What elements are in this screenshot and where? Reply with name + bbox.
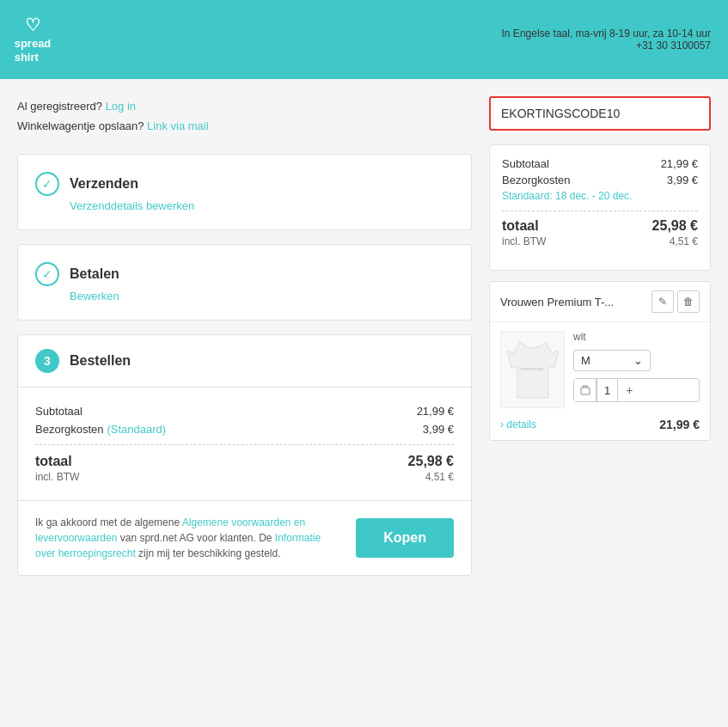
summary-subtotaal-label: Subtotaal (502, 157, 549, 170)
summary-divider (502, 211, 698, 211)
tshirt-svg: EKORTINGSCODE (507, 338, 559, 402)
edit-product-button[interactable]: ✎ (652, 290, 674, 313)
betalen-check-icon: ✓ (35, 262, 59, 286)
summary-btw-value: 4,51 € (670, 235, 698, 247)
quantity-value: 1 (596, 379, 618, 401)
save-link[interactable]: Link via mail (147, 119, 209, 132)
summary-bezorgkosten-row: Bezorgkosten 3,99 € (502, 174, 698, 186)
summary-bezorgkosten-label: Bezorgkosten (502, 174, 571, 186)
bestellen-header: 3 Bestellen (18, 335, 471, 388)
top-bar: Al geregistreerd? Log in Winkelwagentje … (17, 96, 472, 137)
delivery-date: Standaard: 18 dec. - 20 dec. (502, 190, 632, 202)
svg-text:EKORTINGSCODE: EKORTINGSCODE (521, 368, 543, 371)
summary-bezorgkosten-value: 3,99 € (667, 174, 698, 186)
login-link[interactable]: Log in (106, 100, 136, 113)
verzenden-edit-link[interactable]: Verzenddetails bewerken (70, 199, 454, 212)
terms-section: Ik ga akkoord met de algemene Algemene v… (18, 500, 471, 575)
delete-product-button[interactable]: 🗑 (677, 290, 700, 313)
logo-text: spread shirt (15, 37, 52, 64)
verzenden-title: Verzenden (70, 176, 138, 192)
betalen-header: ✓ Betalen (35, 262, 454, 286)
bestellen-vat-row: incl. BTW 4,51 € (35, 471, 454, 483)
summary-totaal-label: totaal (502, 218, 539, 234)
logo-heart-icon: ♡ (25, 15, 40, 35)
bestellen-title: Bestellen (70, 353, 131, 369)
contact-phone: +31 30 3100057 (502, 40, 711, 52)
bestellen-card: 3 Bestellen Subtotaal 21,99 € Bezorgkost… (17, 334, 472, 576)
bestellen-body: Subtotaal 21,99 € Bezorgkosten (Standaar… (18, 388, 471, 500)
login-row: Al geregistreerd? Log in (17, 96, 472, 116)
summary-box: Subtotaal 21,99 € Bezorgkosten 3,99 € St… (489, 144, 711, 271)
verzenden-check-icon: ✓ (35, 172, 59, 196)
betalen-edit-link[interactable]: Bewerken (70, 290, 454, 302)
bestellen-btw-value: 4,51 € (425, 471, 454, 483)
product-body: EKORTINGSCODE wit M ⌄ (490, 322, 710, 418)
bestellen-totaal-value: 25,98 € (408, 454, 454, 469)
product-footer: › details 21,99 € (490, 418, 710, 440)
verzenden-card: ✓ Verzenden Verzenddetails bewerken (17, 154, 472, 230)
promo-code-input[interactable] (489, 96, 711, 131)
betalen-card: ✓ Betalen Bewerken (17, 244, 472, 321)
left-column: Al geregistreerd? Log in Winkelwagentje … (17, 96, 472, 590)
bestellen-totaal-row: totaal 25,98 € (35, 454, 454, 469)
kopen-button[interactable]: Kopen (356, 518, 454, 558)
registered-text: Al geregistreerd? (17, 100, 102, 113)
product-color: wit (573, 331, 700, 343)
contact-info: In Engelse taal, ma-vrij 8-19 uur, za 10… (502, 27, 711, 52)
details-link[interactable]: › details (500, 418, 536, 431)
size-selector[interactable]: M ⌄ (573, 350, 651, 371)
summary-subtotaal-value: 21,99 € (661, 157, 698, 170)
product-details: wit M ⌄ (573, 331, 700, 409)
summary-totaal-row: totaal 25,98 € (502, 218, 698, 234)
product-card: Vrouwen Premium T-... ✎ 🗑 EKORTINGSCODE (489, 281, 711, 441)
bestellen-bezorgkosten-value: 3,99 € (423, 423, 454, 436)
main-content: Al geregistreerd? Log in Winkelwagentje … (0, 79, 728, 607)
save-cart-text: Winkelwagentje opslaan? (17, 119, 144, 132)
logo: ♡ spread shirt (0, 0, 65, 79)
product-header: Vrouwen Premium T-... ✎ 🗑 (490, 282, 710, 322)
bestellen-bezorgkosten-row: Bezorgkosten (Standaard) 3,99 € (35, 423, 454, 436)
product-image: EKORTINGSCODE (500, 331, 565, 408)
svg-rect-1 (581, 388, 590, 394)
bestellen-bezorgkosten-label: Bezorgkosten (Standaard) (35, 423, 166, 436)
order-divider (35, 444, 454, 445)
summary-vat-row: incl. BTW 4,51 € (502, 235, 698, 247)
save-cart-row: Winkelwagentje opslaan? Link via mail (17, 116, 472, 136)
terms-text: Ik ga akkoord met de algemene Algemene v… (35, 515, 342, 561)
contact-hours: In Engelse taal, ma-vrij 8-19 uur, za 10… (502, 27, 711, 40)
verzenden-header: ✓ Verzenden (35, 172, 454, 196)
bestellen-step-number: 3 (35, 349, 59, 373)
delete-qty-button[interactable] (574, 379, 596, 401)
bestellen-subtotaal-value: 21,99 € (417, 405, 454, 418)
right-column: Subtotaal 21,99 € Bezorgkosten 3,99 € St… (489, 96, 711, 590)
delivery-note: Standaard: 18 dec. - 20 dec. (502, 190, 698, 202)
bestellen-totaal-label: totaal (35, 454, 72, 469)
standard-link[interactable]: (Standaard) (107, 423, 167, 436)
product-price: 21,99 € (659, 418, 700, 431)
quantity-control: 1 + (573, 378, 700, 402)
summary-subtotaal-row: Subtotaal 21,99 € (502, 157, 698, 170)
product-name: Vrouwen Premium T-... (500, 296, 614, 309)
bestellen-subtotaal-label: Subtotaal (35, 405, 83, 418)
bestellen-btw-label: incl. BTW (35, 471, 79, 483)
bestellen-subtotaal-row: Subtotaal 21,99 € (35, 405, 454, 418)
betalen-title: Betalen (70, 266, 119, 282)
summary-totaal-value: 25,98 € (652, 218, 698, 234)
product-actions: ✎ 🗑 (652, 290, 700, 313)
chevron-down-icon: ⌄ (633, 354, 643, 367)
header: ♡ spread shirt In Engelse taal, ma-vrij … (0, 0, 728, 79)
summary-btw-label: incl. BTW (502, 235, 546, 247)
trash-icon (580, 385, 590, 395)
increase-qty-button[interactable]: + (618, 379, 640, 401)
